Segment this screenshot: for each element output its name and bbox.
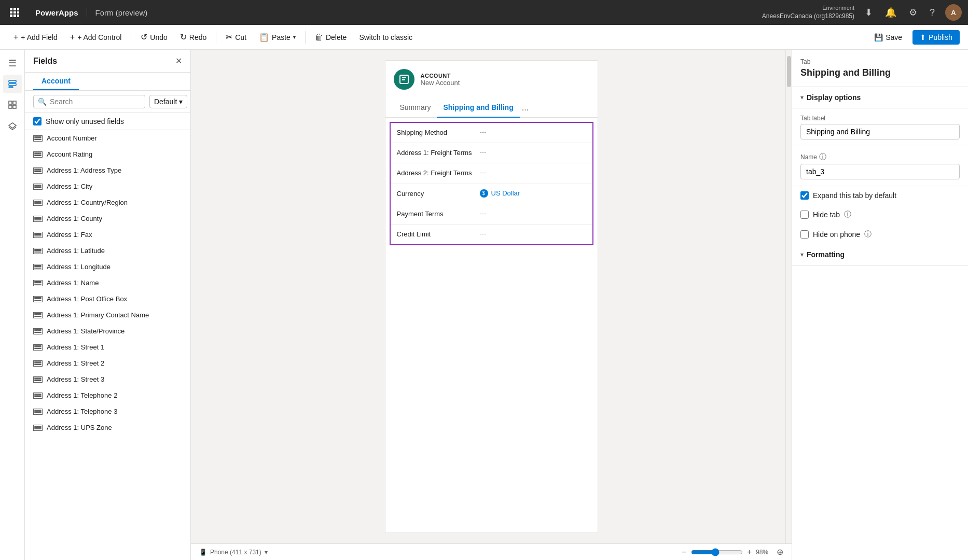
field-list-item[interactable]: Account Number [25,130,190,146]
hide-on-phone-checkbox[interactable] [800,230,809,239]
add-control-button[interactable]: + + Add Control [65,30,127,45]
field-type-icon [33,248,43,254]
field-item-label: Address 1: UPS Zone [47,424,112,431]
field-list-item[interactable]: Address 1: City [25,178,190,194]
field-item-label: Address 1: Country/Region [47,199,128,206]
svg-rect-14 [9,105,12,108]
canvas-scrollbar[interactable] [785,50,792,543]
field-list-item[interactable]: Address 1: Street 1 [25,339,190,355]
device-info[interactable]: 📱 Phone (411 x 731) ▾ [199,549,268,556]
help-icon[interactable]: ? [928,5,937,20]
switch-classic-button[interactable]: Switch to classic [354,30,418,45]
field-list-item[interactable]: Address 1: UPS Zone [25,419,190,436]
field-list-item[interactable]: Address 1: Latitude [25,243,190,259]
zoom-controls: − + 98% ⊕ [682,547,783,557]
field-item-label: Address 1: Street 3 [47,375,104,383]
waffle-menu-icon[interactable] [6,4,23,21]
delete-button[interactable]: 🗑 Delete [310,30,352,45]
save-button[interactable]: 💾 Save [868,30,908,45]
undo-button[interactable]: ↺ Undo [135,29,172,45]
user-avatar[interactable]: A [945,4,962,21]
display-options-chevron-icon: ▾ [800,94,804,101]
field-type-icon [33,151,43,158]
download-icon[interactable]: ⬇ [863,5,875,20]
display-options-header[interactable]: ▾ Display options [792,87,968,108]
field-list-item[interactable]: Address 1: Name [25,275,190,291]
add-control-icon: + [70,33,75,42]
expand-tab-group: Expand this tab by default [792,186,968,205]
name-input[interactable] [800,164,960,179]
more-tabs-button[interactable]: ... [522,103,529,113]
formatting-chevron-icon: ▾ [800,251,804,258]
field-list-item[interactable]: Address 1: Longitude [25,259,190,275]
tab-shipping-billing[interactable]: Shipping and Billing [437,98,519,118]
fit-screen-button[interactable]: ⊕ [777,547,783,557]
chevron-down-icon: ▾ [179,97,183,106]
panel-tab-account[interactable]: Account [33,73,79,90]
environment-info: Environment AneesEnvCanada (org1829c985) [762,4,854,21]
zoom-out-button[interactable]: − [682,548,686,557]
view-dropdown[interactable]: Default ▾ [149,95,187,108]
name-label: Name [800,153,817,161]
field-list-item[interactable]: Address 1: Country/Region [25,194,190,211]
paste-button[interactable]: 📋 Paste ▾ [254,29,301,45]
expand-tab-checkbox[interactable] [800,191,809,200]
sidebar-icon-fields[interactable] [3,75,22,93]
field-list-item[interactable]: Address 1: County [25,211,190,227]
notification-icon[interactable]: 🔔 [883,5,898,20]
show-unused-checkbox[interactable] [33,117,42,125]
field-item-label: Account Number [47,134,97,142]
hide-on-phone-group: Hide on phone ⓘ [792,225,968,244]
svg-rect-8 [17,15,19,17]
field-list-item[interactable]: Address 1: Telephone 2 [25,387,190,403]
zoom-in-button[interactable]: + [747,548,752,557]
field-list-item[interactable]: Address 1: Primary Contact Name [25,307,190,323]
sidebar-icon-menu[interactable]: ☰ [3,54,22,73]
field-list-item[interactable]: Account Rating [25,146,190,162]
field-item-label: Address 1: Street 1 [47,343,104,351]
add-field-button[interactable]: + + Add Field [8,30,63,45]
field-list-item[interactable]: Address 1: Street 2 [25,355,190,371]
field-list-item[interactable]: Address 1: Telephone 3 [25,403,190,419]
search-input[interactable] [50,97,141,106]
search-icon: 🔍 [38,97,47,106]
toolbar-separator-3 [305,31,306,44]
form-info: ACCOUNT New Account [421,73,460,87]
hide-tab-checkbox[interactable] [800,211,809,219]
zoom-slider[interactable] [691,548,743,556]
left-sidebar-icons: ☰ [0,50,25,560]
sidebar-icon-layers[interactable] [3,116,22,135]
paste-dropdown-icon[interactable]: ▾ [293,34,296,40]
field-item-label: Address 1: Latitude [47,247,105,255]
form-field-row: Currency $ US Dollar [391,184,592,204]
hide-tab-info-icon: ⓘ [844,210,851,219]
publish-button[interactable]: ⬆ Publish [912,30,960,45]
cut-button[interactable]: ✂ Cut [220,29,252,45]
form-field-value: --- [480,128,487,136]
toolbar-separator-1 [131,31,131,44]
redo-button[interactable]: ↻ Redo [175,29,212,45]
field-item-label: Address 1: Telephone 3 [47,408,117,415]
tab-label-input[interactable] [800,124,960,139]
show-unused-row: Show only unused fields [25,113,190,130]
sidebar-icon-components[interactable] [3,95,22,114]
field-item-label: Address 1: State/Province [47,327,125,335]
svg-rect-13 [13,101,16,104]
field-list-item[interactable]: Address 1: State/Province [25,323,190,339]
close-panel-button[interactable]: ✕ [175,56,182,66]
field-list-item[interactable]: Address 1: Address Type [25,162,190,178]
field-list-item[interactable]: Address 1: Post Office Box [25,291,190,307]
field-list-item[interactable]: Address 1: Street 3 [25,371,190,387]
settings-icon[interactable]: ⚙ [907,5,919,20]
formatting-label: Formatting [807,250,845,259]
hide-tab-group: Hide tab ⓘ [792,205,968,225]
tab-summary[interactable]: Summary [394,98,437,118]
field-type-icon [33,280,43,286]
svg-rect-12 [9,101,12,104]
form-preview-container: ACCOUNT New Account Summary Shipping and… [385,60,598,533]
field-list-item[interactable]: Address 1: Fax [25,227,190,243]
svg-rect-2 [17,8,19,10]
formatting-header[interactable]: ▾ Formatting [792,244,968,265]
device-chevron-icon: ▾ [265,549,268,556]
form-field-label: Address 1: Freight Terms [397,148,480,158]
